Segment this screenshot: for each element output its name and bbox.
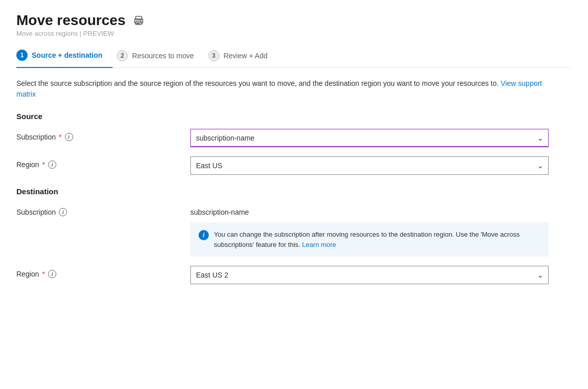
svg-point-5 bbox=[140, 20, 141, 21]
destination-region-row: Region * i East US West US East US 2 Wes… bbox=[16, 266, 572, 284]
destination-region-select[interactable]: East US West US East US 2 West Europe No… bbox=[190, 266, 549, 284]
destination-region-required: * bbox=[42, 270, 45, 278]
step-3-number: 3 bbox=[208, 50, 220, 61]
source-region-label-col: Region * i bbox=[16, 156, 190, 169]
subtitle-text: Move across regions bbox=[16, 30, 78, 37]
page-header: Move resources Move across regions | PRE… bbox=[16, 12, 572, 37]
destination-subscription-value: subscription-name bbox=[190, 204, 572, 216]
source-subscription-required: * bbox=[59, 133, 61, 141]
destination-region-label: Region bbox=[16, 270, 39, 278]
destination-region-info-icon[interactable]: i bbox=[48, 270, 56, 278]
destination-section: Destination Subscription i subscription-… bbox=[16, 187, 572, 284]
wizard-step-1[interactable]: 1 Source + destination bbox=[16, 50, 113, 68]
destination-subscription-row: Subscription i subscription-name i You c… bbox=[16, 204, 572, 257]
step-2-number: 2 bbox=[117, 50, 128, 61]
page-title: Move resources bbox=[16, 12, 125, 29]
step-3-label: Review + Add bbox=[224, 52, 268, 60]
destination-region-control-col: East US West US East US 2 West Europe No… bbox=[190, 266, 572, 284]
step-1-number: 1 bbox=[16, 50, 28, 61]
source-region-select[interactable]: East US West US East US 2 West Europe No… bbox=[190, 156, 549, 175]
source-subscription-info-icon[interactable]: i bbox=[65, 133, 73, 141]
source-subscription-row: Subscription * i subscription-name ⌄ bbox=[16, 129, 572, 147]
step-2-label: Resources to move bbox=[132, 52, 194, 60]
source-region-info-icon[interactable]: i bbox=[48, 161, 56, 169]
title-row: Move resources bbox=[16, 12, 572, 29]
source-section: Source Subscription * i subscription-nam… bbox=[16, 112, 572, 175]
preview-badge: PREVIEW bbox=[83, 30, 114, 37]
source-region-select-wrapper: East US West US East US 2 West Europe No… bbox=[190, 156, 549, 175]
source-subscription-label-col: Subscription * i bbox=[16, 129, 190, 141]
print-button[interactable] bbox=[132, 13, 146, 28]
svg-rect-4 bbox=[137, 24, 139, 25]
destination-subscription-label-col: Subscription i bbox=[16, 204, 190, 216]
info-box-icon: i bbox=[199, 230, 209, 240]
info-box-text-before-link: You can change the subscription after mo… bbox=[214, 231, 519, 248]
source-region-required: * bbox=[42, 161, 45, 169]
source-region-label: Region bbox=[16, 161, 39, 169]
learn-more-link[interactable]: Learn more bbox=[302, 241, 336, 248]
destination-section-title: Destination bbox=[16, 187, 572, 196]
description-text: Select the source subscription and the s… bbox=[16, 78, 554, 100]
svg-rect-3 bbox=[137, 22, 141, 24]
wizard-step-3[interactable]: 3 Review + Add bbox=[204, 50, 278, 67]
subtitle-separator: | bbox=[80, 30, 83, 37]
source-region-row: Region * i East US West US East US 2 Wes… bbox=[16, 156, 572, 175]
svg-rect-0 bbox=[136, 16, 142, 20]
info-box-text: You can change the subscription after mo… bbox=[214, 230, 540, 249]
source-subscription-select[interactable]: subscription-name bbox=[190, 129, 549, 147]
source-subscription-label: Subscription bbox=[16, 133, 56, 141]
source-section-title: Source bbox=[16, 112, 572, 121]
subscription-info-box: i You can change the subscription after … bbox=[190, 222, 549, 257]
description-before-link: Select the source subscription and the s… bbox=[16, 79, 498, 87]
source-subscription-select-wrapper: subscription-name ⌄ bbox=[190, 129, 549, 147]
page-subtitle: Move across regions | PREVIEW bbox=[16, 30, 572, 37]
main-container: Move resources Move across regions | PRE… bbox=[0, 0, 588, 389]
source-subscription-control-col: subscription-name ⌄ bbox=[190, 129, 572, 147]
destination-region-select-wrapper: East US West US East US 2 West Europe No… bbox=[190, 266, 549, 284]
destination-subscription-info-icon[interactable]: i bbox=[59, 208, 67, 216]
destination-subscription-control-col: subscription-name i You can change the s… bbox=[190, 204, 572, 257]
wizard-steps: 1 Source + destination 2 Resources to mo… bbox=[16, 50, 572, 68]
destination-subscription-label: Subscription bbox=[16, 208, 56, 216]
source-region-control-col: East US West US East US 2 West Europe No… bbox=[190, 156, 572, 175]
destination-region-label-col: Region * i bbox=[16, 266, 190, 278]
wizard-step-2[interactable]: 2 Resources to move bbox=[113, 50, 204, 67]
step-1-label: Source + destination bbox=[32, 51, 102, 59]
